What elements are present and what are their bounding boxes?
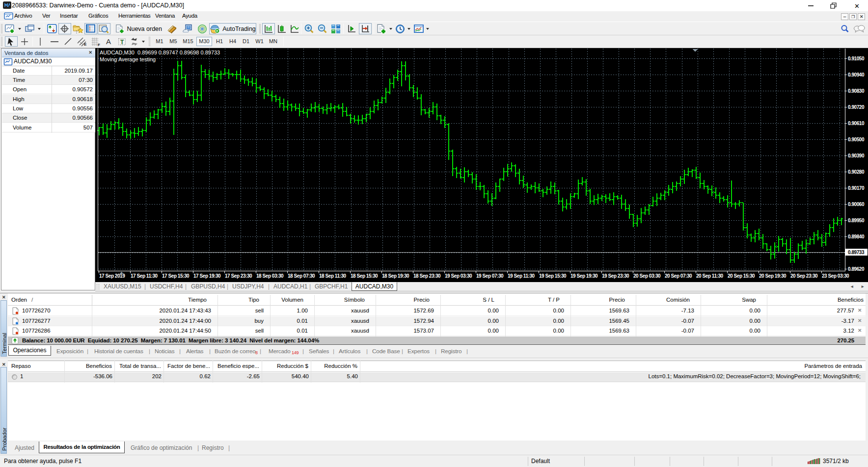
svg-text:18 Sep 23:30: 18 Sep 23:30 — [413, 273, 441, 279]
svg-text:0.89840: 0.89840 — [848, 234, 865, 239]
svg-text:0.91050: 0.91050 — [848, 56, 865, 61]
svg-text:23 Sep 03:30: 23 Sep 03:30 — [822, 273, 849, 279]
svg-text:17 Sep 11:30: 17 Sep 11:30 — [131, 273, 158, 279]
svg-text:19 Sep 11:30: 19 Sep 11:30 — [508, 273, 535, 279]
svg-text:20 Sep 11:30: 20 Sep 11:30 — [696, 273, 724, 279]
svg-text:0.89620: 0.89620 — [848, 266, 865, 272]
svg-text:18 Sep 07:30: 18 Sep 07:30 — [288, 273, 315, 279]
svg-text:0.90610: 0.90610 — [848, 121, 865, 126]
svg-text:20 Sep 07:30: 20 Sep 07:30 — [665, 273, 692, 279]
svg-text:0.90060: 0.90060 — [848, 202, 865, 207]
svg-text:20 Sep 23:30: 20 Sep 23:30 — [790, 273, 818, 279]
svg-text:20 Sep 03:30: 20 Sep 03:30 — [633, 273, 661, 279]
svg-text:A: A — [106, 37, 111, 46]
svg-text:F: F — [98, 43, 100, 47]
svg-text:0.90170: 0.90170 — [848, 185, 865, 191]
svg-text:0.89950: 0.89950 — [848, 218, 865, 223]
svg-text:E: E — [84, 42, 87, 47]
svg-text:0.89733: 0.89733 — [848, 250, 865, 255]
svg-text:17 Sep 23:30: 17 Sep 23:30 — [225, 273, 252, 279]
svg-text:17 Sep 19:30: 17 Sep 19:30 — [193, 273, 221, 279]
svg-text:19 Sep 03:30: 19 Sep 03:30 — [445, 273, 472, 279]
svg-text:T: T — [120, 38, 124, 45]
svg-text:0.90390: 0.90390 — [848, 153, 865, 158]
svg-text:18 Sep 15:30: 18 Sep 15:30 — [351, 273, 378, 279]
svg-text:0.90280: 0.90280 — [848, 169, 865, 175]
svg-text:17 Sep 2019: 17 Sep 2019 — [99, 273, 125, 279]
svg-text:18 Sep 03:30: 18 Sep 03:30 — [256, 273, 284, 279]
svg-text:20 Sep 19:30: 20 Sep 19:30 — [759, 273, 787, 279]
svg-text:0.90830: 0.90830 — [848, 88, 865, 94]
svg-text:0.90500: 0.90500 — [848, 137, 865, 142]
svg-text:19 Sep 19:30: 19 Sep 19:30 — [570, 273, 598, 279]
svg-text:20 Sep 15:30: 20 Sep 15:30 — [728, 273, 755, 279]
svg-text:Moving Average testing: Moving Average testing — [100, 56, 156, 62]
svg-text:17 Sep 15:30: 17 Sep 15:30 — [162, 273, 190, 279]
svg-text:0.90940: 0.90940 — [848, 72, 865, 78]
svg-text:AUDCAD,M30 0.89699 0.89747 0.: AUDCAD,M30 0.89699 0.89747 0.89698 0.897… — [100, 50, 220, 55]
svg-text:19 Sep 23:30: 19 Sep 23:30 — [602, 273, 629, 279]
svg-text:18 Sep 19:30: 18 Sep 19:30 — [382, 273, 409, 279]
svg-text:19 Sep 15:30: 19 Sep 15:30 — [539, 273, 567, 279]
svg-text:19 Sep 07:30: 19 Sep 07:30 — [476, 273, 504, 279]
svg-text:0.90720: 0.90720 — [848, 104, 865, 110]
svg-text:18 Sep 11:30: 18 Sep 11:30 — [319, 273, 347, 279]
